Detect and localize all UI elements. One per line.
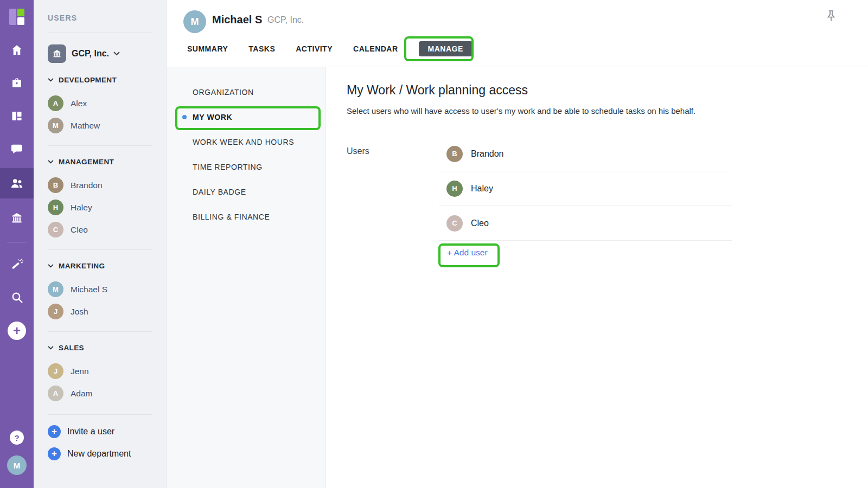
new-department-button[interactable]: + New department <box>48 447 166 460</box>
chevron-down-icon <box>48 160 54 164</box>
profile-tabs: SUMMARY TASKS ACTIVITY CALENDAR MANAGE <box>187 41 473 56</box>
divider <box>48 33 152 33</box>
avatar: M <box>48 118 63 133</box>
chevron-down-icon <box>48 264 54 268</box>
sidebar-user-cleo[interactable]: C Cleo <box>48 222 166 237</box>
access-user-brandon[interactable]: B Brandon <box>439 137 732 171</box>
active-dot-icon <box>182 115 187 119</box>
invite-user-button[interactable]: + Invite a user <box>48 425 166 438</box>
section-marketing[interactable]: MARKETING <box>48 262 166 270</box>
rail-divider <box>7 242 27 242</box>
projects-briefcase-icon[interactable] <box>0 68 34 98</box>
divider <box>48 414 152 415</box>
avatar: C <box>446 215 463 232</box>
pin-icon[interactable] <box>825 9 837 24</box>
access-user-list: B Brandon H Haley C Cleo + Add user <box>439 137 732 265</box>
tab-calendar[interactable]: CALENDAR <box>353 41 398 56</box>
avatar: C <box>48 222 63 237</box>
chevron-down-icon <box>48 78 54 82</box>
sidebar-user-adam[interactable]: A Adam <box>48 386 166 401</box>
users-field-label: Users <box>347 137 439 265</box>
avatar: A <box>48 386 63 401</box>
submenu-time-reporting[interactable]: TIME REPORTING <box>167 155 326 179</box>
home-icon[interactable] <box>0 35 34 65</box>
search-icon[interactable] <box>0 282 34 312</box>
avatar: H <box>48 200 63 215</box>
planning-access-form: Users B Brandon H Haley C Cleo + Add use… <box>347 137 868 265</box>
profile-name: Michael S <box>212 14 262 26</box>
sidebar-title: USERS <box>48 0 166 22</box>
plus-icon: + <box>48 425 61 438</box>
avatar: B <box>446 146 463 162</box>
app-rail: + ? M <box>0 0 34 488</box>
sidebar-user-mathew[interactable]: M Mathew <box>48 118 166 133</box>
avatar: H <box>446 181 463 197</box>
plus-icon: + <box>48 447 61 460</box>
app-logo-icon[interactable] <box>7 7 27 27</box>
company-selector[interactable]: GCP, Inc. <box>48 44 166 63</box>
sidebar-user-jenn[interactable]: J Jenn <box>48 363 166 379</box>
profile-company: GCP, Inc. <box>267 15 304 25</box>
add-new-icon[interactable]: + <box>0 316 34 346</box>
main-content: My Work / Work planning access Select us… <box>327 67 868 488</box>
sidebar-user-alex[interactable]: A Alex <box>48 95 166 111</box>
sidebar-user-haley[interactable]: H Haley <box>48 200 166 215</box>
tab-activity[interactable]: ACTIVITY <box>296 41 333 56</box>
company-bank-icon[interactable] <box>0 203 34 233</box>
add-user-row: + Add user <box>439 241 732 265</box>
section-development[interactable]: DEVELOPMENT <box>48 76 166 84</box>
chevron-down-icon <box>113 52 120 56</box>
avatar: A <box>48 95 63 111</box>
users-sidebar: USERS GCP, Inc. DEVELOPMENT A Alex M Mat… <box>34 0 167 488</box>
company-name: GCP, Inc. <box>72 49 109 59</box>
chevron-down-icon <box>48 346 54 350</box>
divider <box>48 331 152 332</box>
current-user-avatar[interactable]: M <box>0 450 34 480</box>
tab-summary[interactable]: SUMMARY <box>187 41 228 56</box>
add-user-button[interactable]: + Add user <box>447 248 488 258</box>
users-icon[interactable] <box>0 168 34 198</box>
tab-manage[interactable]: MANAGE <box>419 41 473 56</box>
submenu-my-work[interactable]: MY WORK <box>167 105 326 130</box>
divider <box>48 249 152 250</box>
user-profile-header: M Michael S GCP, Inc. SUMMARY TASKS ACTI… <box>167 0 868 67</box>
chat-icon[interactable] <box>0 134 34 164</box>
tab-tasks[interactable]: TASKS <box>248 41 275 56</box>
magic-wand-icon[interactable] <box>0 249 34 280</box>
access-user-cleo[interactable]: C Cleo <box>439 206 732 241</box>
avatar: B <box>48 177 63 193</box>
avatar: J <box>48 363 63 379</box>
section-sales[interactable]: SALES <box>48 344 166 352</box>
divider <box>48 145 152 146</box>
access-user-haley[interactable]: H Haley <box>439 171 732 206</box>
submenu-billing-finance[interactable]: BILLING & FINANCE <box>167 204 326 229</box>
profile-avatar[interactable]: M <box>183 10 206 33</box>
page-title: My Work / Work planning access <box>347 83 868 98</box>
submenu-organization[interactable]: ORGANIZATION <box>167 80 326 105</box>
page-description: Select users who will have access to use… <box>347 106 868 115</box>
avatar: M <box>48 281 63 297</box>
sidebar-user-michael-s[interactable]: M Michael S <box>48 281 166 297</box>
boards-layout-icon[interactable] <box>0 101 34 131</box>
sidebar-user-josh[interactable]: J Josh <box>48 304 166 319</box>
sidebar-user-brandon[interactable]: B Brandon <box>48 177 166 193</box>
company-building-icon <box>48 44 66 63</box>
submenu-work-week-and-hours[interactable]: WORK WEEK AND HOURS <box>167 130 326 155</box>
submenu-daily-badge[interactable]: DAILY BADGE <box>167 179 326 204</box>
avatar: J <box>48 304 63 319</box>
help-icon[interactable]: ? <box>0 422 34 453</box>
section-management[interactable]: MANAGEMENT <box>48 158 166 166</box>
settings-submenu: ORGANIZATION MY WORK WORK WEEK AND HOURS… <box>167 67 326 488</box>
